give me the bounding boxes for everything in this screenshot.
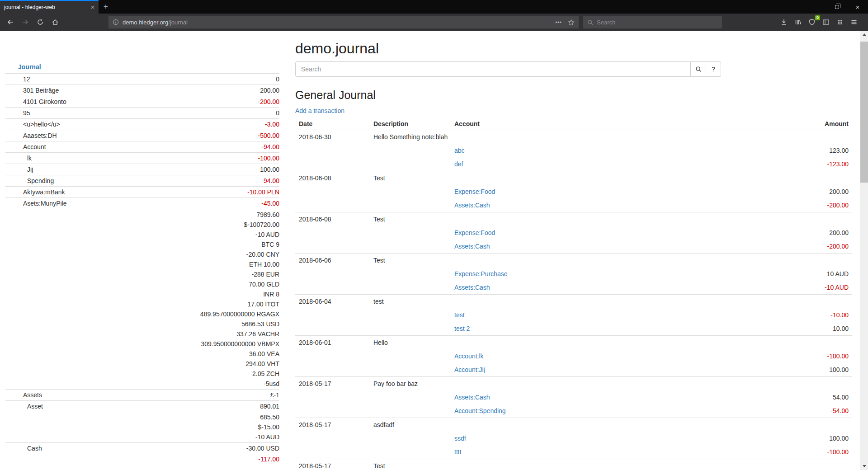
- posting-row: Assets:Cash-10 AUD: [295, 281, 852, 295]
- toolbar-right-icons: 0: [778, 15, 862, 29]
- sidebars-button[interactable]: [820, 15, 832, 29]
- balance-amount: 294.00 VHT: [200, 359, 279, 369]
- posting-account-link[interactable]: Assets:Cash: [454, 284, 490, 291]
- sidebar-account-link[interactable]: Spending: [5, 176, 54, 186]
- sidebar-account-link[interactable]: 95: [5, 108, 30, 118]
- journal-search-input[interactable]: [295, 61, 691, 77]
- sidebar-journal-link[interactable]: Journal: [5, 61, 279, 73]
- balance-amount: 685.50: [255, 412, 279, 422]
- posting-account-link[interactable]: abc: [454, 147, 465, 154]
- new-tab-button[interactable]: +: [99, 0, 113, 14]
- sidebar-account-row: 4101 Girokonto-200.00: [5, 96, 279, 107]
- posting-account-link[interactable]: def: [454, 160, 463, 168]
- sidebar-account-link[interactable]: <u>hello</u>: [5, 119, 60, 129]
- sidebar-account-link[interactable]: Assets: [5, 390, 42, 400]
- posting-account-cell: Assets:Cash: [451, 240, 753, 254]
- downloads-button[interactable]: [778, 15, 790, 29]
- balance-amount: 0: [276, 74, 279, 84]
- posting-account-link[interactable]: test: [454, 311, 465, 319]
- toolbar-search[interactable]: Search: [583, 16, 722, 28]
- scrollbar-down-arrow[interactable]: [860, 462, 868, 470]
- minimize-button[interactable]: [806, 0, 826, 14]
- sidebar-account-link[interactable]: Account: [5, 142, 46, 152]
- sidebar-account-link[interactable]: 4101 Girokonto: [5, 97, 66, 107]
- home-button[interactable]: [48, 15, 62, 29]
- library-button[interactable]: [792, 15, 804, 29]
- bookmark-star-icon[interactable]: [568, 19, 575, 26]
- posting-account-link[interactable]: Expense:Food: [454, 188, 495, 195]
- posting-account-link[interactable]: Expense:Purchase: [454, 270, 508, 277]
- close-button[interactable]: ×: [847, 0, 868, 14]
- posting-account-link[interactable]: Account:Spending: [454, 407, 506, 414]
- posting-account-link[interactable]: Assets:Cash: [454, 243, 490, 250]
- site-info-icon[interactable]: [113, 19, 119, 25]
- balance-amount: -45.00: [261, 198, 279, 208]
- posting-spacer: [295, 322, 451, 336]
- posting-spacer: [295, 308, 451, 322]
- balance-amount: $-15.00: [255, 422, 279, 432]
- adblocker-button[interactable]: 0: [806, 15, 818, 29]
- posting-account-link[interactable]: Assets:Cash: [454, 394, 490, 401]
- transaction-description: test: [370, 295, 852, 309]
- balance-amount: 7989.60: [200, 210, 279, 220]
- sidebar-account-link[interactable]: lk: [5, 153, 32, 163]
- tab-bar: journal - hledger-web × + ×: [0, 0, 868, 14]
- posting-spacer: [295, 198, 451, 212]
- sidebar-account-link[interactable]: 12: [5, 74, 30, 84]
- sidebar-account-link[interactable]: Jij: [5, 164, 33, 174]
- sidebar-account-balance: 685.50$-15.00-10 AUD: [255, 412, 279, 442]
- transaction-row: 2018-05-17Pay foo bar baz: [295, 377, 852, 391]
- posting-account-link[interactable]: Expense:Food: [454, 229, 495, 236]
- transaction-row: 2018-05-17asdfadf: [295, 418, 852, 432]
- transaction-description: Hello: [370, 336, 852, 350]
- posting-account-link[interactable]: Account:Jij: [454, 366, 485, 373]
- balance-amount: -20.00 CNY: [200, 249, 279, 259]
- sidebar-account-row: Assets£-1: [5, 389, 279, 400]
- balance-amount: -3.00: [265, 119, 279, 129]
- posting-account-link[interactable]: Assets:Cash: [454, 202, 490, 209]
- grid-icon: [836, 19, 844, 26]
- scrollbar-up-arrow[interactable]: [860, 31, 868, 38]
- posting-spacer: [295, 404, 451, 418]
- sidebar-account-link[interactable]: Aktywa:mBank: [5, 187, 65, 197]
- forward-icon: [22, 19, 29, 26]
- posting-account-link[interactable]: test 2: [454, 325, 470, 332]
- balance-amount: 309.950000000000 VBMPX: [200, 339, 279, 349]
- add-transaction-link[interactable]: Add a transaction: [295, 107, 344, 114]
- balance-amount: 200.00: [260, 85, 279, 95]
- journal-table-header: Date Description Account Amount: [295, 118, 852, 130]
- sidebar-account-link[interactable]: 301 Beiträge: [5, 85, 59, 95]
- page-actions-icon[interactable]: •••: [555, 19, 561, 26]
- sidebar-account-link[interactable]: Aaasets:DH: [5, 131, 57, 141]
- apps-grid-button[interactable]: [834, 15, 846, 29]
- balance-amount: -10 AUD: [200, 230, 279, 240]
- browser-tab[interactable]: journal - hledger-web ×: [0, 0, 99, 14]
- restore-button[interactable]: [826, 0, 847, 14]
- scrollbar-thumb[interactable]: [860, 42, 868, 183]
- forward-button[interactable]: [19, 15, 32, 29]
- search-submit-button[interactable]: [691, 61, 706, 77]
- posting-account-link[interactable]: tttt: [454, 448, 462, 456]
- sidebar-account-link[interactable]: Asset: [5, 401, 43, 411]
- transaction-date: 2018-05-17: [295, 418, 370, 432]
- posting-account-link[interactable]: Account:lk: [454, 352, 484, 360]
- reload-button[interactable]: [33, 15, 47, 29]
- transaction-description: Test: [370, 459, 852, 470]
- menu-button[interactable]: [848, 15, 860, 29]
- posting-account-cell: Assets:Cash: [451, 281, 753, 295]
- balance-amount: -5usd: [200, 379, 279, 389]
- posting-account-link[interactable]: ssdf: [454, 435, 466, 442]
- sidebar-account-link[interactable]: Cash: [5, 443, 42, 453]
- vertical-scrollbar[interactable]: [860, 31, 868, 470]
- transaction-row: 2018-06-04test: [295, 295, 852, 309]
- url-bar[interactable]: demo.hledger.org/journal •••: [108, 16, 579, 28]
- sidebar-account-row: Jij100.00: [5, 164, 279, 175]
- posting-spacer: [295, 157, 451, 171]
- back-button[interactable]: [4, 15, 17, 29]
- close-icon: ×: [856, 4, 860, 10]
- search-help-button[interactable]: ?: [706, 61, 721, 77]
- sidebar-account-link[interactable]: Asets:MunyPile: [5, 198, 66, 208]
- tab-close-icon[interactable]: ×: [91, 4, 94, 10]
- posting-account-cell: Assets:Cash: [451, 390, 753, 404]
- balance-amount: 100.00: [260, 164, 279, 174]
